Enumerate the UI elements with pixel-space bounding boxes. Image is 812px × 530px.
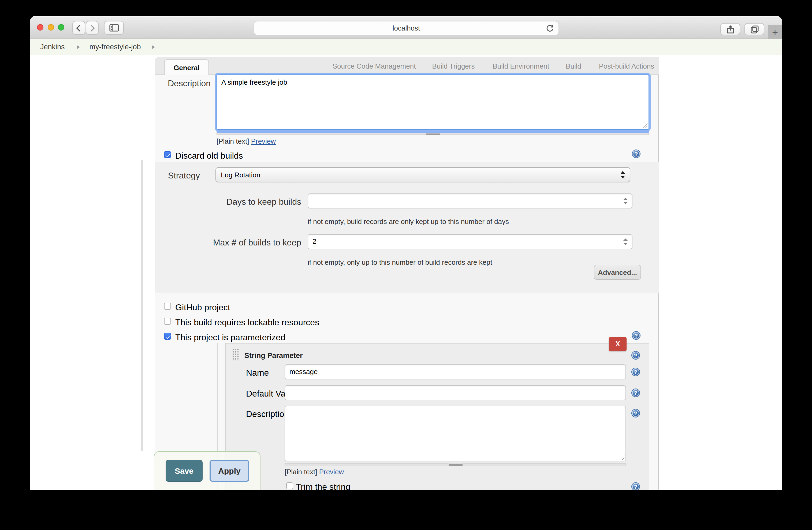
strategy-label: Strategy (146, 171, 200, 181)
advanced-button[interactable]: Advanced... (594, 265, 641, 280)
textarea-resize-icon[interactable] (643, 123, 648, 128)
tab-general[interactable]: General (164, 59, 209, 76)
breadcrumb: Jenkins my-freestyle-job (30, 39, 782, 55)
discard-old-builds-checkbox[interactable] (164, 151, 171, 158)
save-button[interactable]: Save (165, 460, 203, 482)
tab-overview-button[interactable] (744, 23, 764, 35)
max-builds-label: Max # of builds to keep (194, 238, 301, 248)
param-name-input[interactable]: message (285, 364, 626, 379)
days-to-keep-input[interactable] (308, 193, 633, 208)
help-icon[interactable] (632, 149, 640, 158)
max-builds-input[interactable]: 2 (308, 234, 633, 249)
breadcrumb-job[interactable]: my-freestyle-job (89, 43, 141, 51)
trim-string-checkbox[interactable] (286, 482, 293, 489)
url-text: localhost (393, 24, 420, 32)
apply-button[interactable]: Apply (209, 460, 249, 482)
param-name-label: Name (246, 368, 269, 378)
tab-build-triggers[interactable]: Build Triggers (432, 57, 475, 74)
textarea-drag-handle[interactable] (285, 463, 626, 466)
preview-link[interactable]: Preview (319, 468, 344, 476)
minimize-icon[interactable] (48, 24, 54, 31)
description-textarea[interactable]: A simple freestyle job (217, 74, 649, 130)
tab-build[interactable]: Build (566, 57, 581, 74)
description-text: A simple freestyle job (217, 75, 649, 89)
help-icon[interactable] (632, 388, 640, 397)
tab-source-code-management[interactable]: Source Code Management (333, 57, 416, 74)
browser-titlebar: localhost (30, 16, 782, 39)
share-button[interactable] (720, 23, 740, 35)
browser-window: localhost (30, 16, 782, 490)
help-icon[interactable] (632, 351, 640, 359)
sidebar-toggle-button[interactable] (104, 21, 124, 35)
delete-parameter-button[interactable]: X (609, 337, 626, 351)
help-icon[interactable] (632, 482, 640, 490)
lockable-resources-checkbox[interactable] (164, 318, 171, 325)
share-icon (726, 25, 734, 33)
forward-button[interactable] (86, 21, 99, 35)
lockable-resources-label[interactable]: This build requires lockable resources (175, 318, 319, 327)
days-to-keep-help: if not empty, build records are only kep… (308, 218, 509, 226)
new-tab-button[interactable] (768, 25, 782, 39)
textarea-resize-icon[interactable] (620, 455, 624, 460)
zoom-icon[interactable] (58, 24, 64, 31)
days-to-keep-label: Days to keep builds (194, 197, 301, 207)
string-parameter-title: String Parameter (244, 352, 303, 359)
discard-old-builds-label[interactable]: Discard old builds (175, 151, 243, 161)
drag-handle-icon[interactable] (232, 348, 239, 361)
param-description-label: Description (246, 409, 289, 419)
config-tabbar: General Source Code Management Build Tri… (155, 57, 659, 75)
param-default-input[interactable] (285, 385, 626, 400)
tab-post-build-actions[interactable]: Post-build Actions (599, 57, 654, 74)
description-label: Description (157, 79, 211, 88)
select-arrows-icon (621, 171, 625, 178)
jenkins-config-page: General Source Code Management Build Tri… (30, 55, 782, 490)
parameterized-checkbox[interactable] (164, 333, 171, 340)
tab-build-environment[interactable]: Build Environment (493, 57, 549, 74)
help-icon[interactable] (632, 368, 640, 376)
breadcrumb-chevron-icon (77, 45, 80, 49)
preview-link[interactable]: Preview (251, 137, 276, 145)
number-stepper-icon[interactable] (623, 238, 628, 245)
breadcrumb-jenkins[interactable]: Jenkins (40, 43, 65, 51)
close-icon[interactable] (37, 24, 43, 31)
param-description-mode-row: [Plain text] Preview (285, 468, 344, 476)
help-icon[interactable] (632, 331, 640, 340)
plain-text-note: [Plain text] (285, 468, 317, 476)
tab-overview-icon (750, 25, 759, 33)
section-scroll-indicator (141, 160, 143, 451)
number-stepper-icon[interactable] (623, 198, 628, 204)
refresh-icon[interactable] (546, 24, 554, 33)
strategy-value: Log Rotation (221, 171, 260, 179)
strategy-select[interactable]: Log Rotation (216, 167, 630, 182)
sidebar-icon (109, 24, 119, 32)
drag-grip-icon (448, 463, 462, 466)
help-icon[interactable] (632, 409, 640, 417)
drag-grip-icon (426, 133, 440, 135)
textarea-drag-handle[interactable] (217, 131, 649, 135)
trim-string-label[interactable]: Trim the string (296, 482, 350, 490)
github-project-checkbox[interactable] (164, 303, 171, 310)
back-icon (76, 24, 83, 31)
parameterized-label[interactable]: This project is parameterized (175, 333, 286, 342)
url-field[interactable]: localhost (253, 21, 559, 35)
param-description-textarea[interactable] (285, 406, 626, 461)
github-project-label[interactable]: GitHub project (175, 303, 230, 312)
forward-icon (88, 24, 95, 31)
back-button[interactable] (72, 21, 85, 35)
max-builds-help: if not empty, only up to this number of … (308, 258, 492, 266)
breadcrumb-chevron-icon (152, 45, 155, 49)
plain-text-note: [Plain text] (217, 137, 249, 145)
description-mode-row: [Plain text] Preview (217, 137, 276, 145)
